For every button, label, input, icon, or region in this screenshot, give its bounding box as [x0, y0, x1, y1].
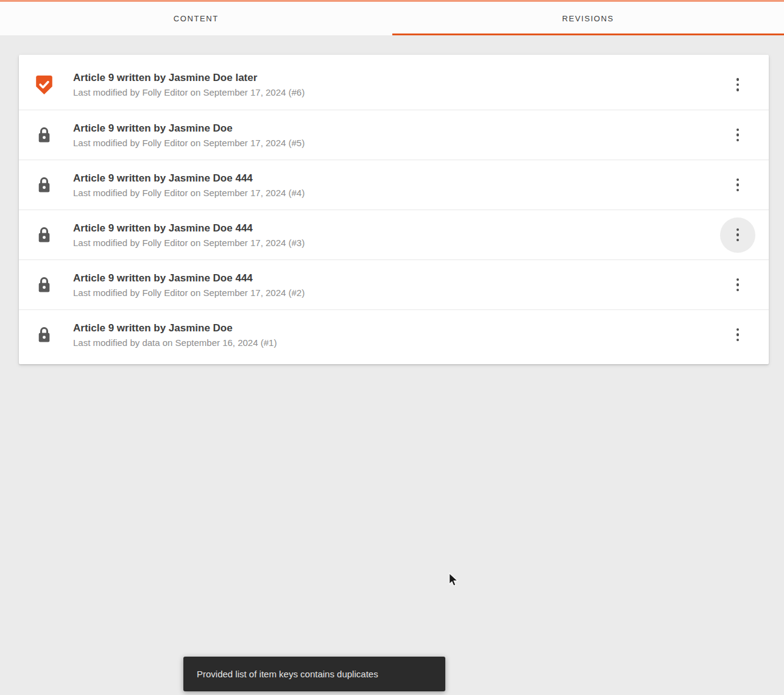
- revision-title: Article 9 written by Jasmine Doe: [73, 321, 720, 336]
- tab-content[interactable]: CONTENT: [0, 2, 392, 35]
- revision-title: Article 9 written by Jasmine Doe 444: [73, 271, 720, 286]
- revision-title: Article 9 written by Jasmine Doe 444: [73, 221, 720, 236]
- revision-title: Article 9 written by Jasmine Doe: [73, 121, 720, 136]
- kebab-icon: [736, 129, 740, 132]
- toast-message: Provided list of item keys contains dupl…: [197, 669, 378, 679]
- kebab-menu-button[interactable]: [720, 67, 755, 102]
- revision-subtitle: Last modified by Folly Editor on Septemb…: [73, 136, 720, 149]
- revision-title: Article 9 written by Jasmine Doe later: [73, 71, 720, 85]
- tab-revisions-label: REVISIONS: [562, 14, 614, 23]
- revision-row[interactable]: Article 9 written by Jasmine Doe 444 Las…: [19, 259, 769, 309]
- kebab-menu-button[interactable]: [720, 118, 755, 153]
- approved-shield-icon: [36, 76, 52, 94]
- kebab-icon: [736, 328, 740, 331]
- revision-row[interactable]: Article 9 written by Jasmine Doe 444 Las…: [19, 160, 769, 210]
- revision-subtitle: Last modified by Folly Editor on Septemb…: [73, 186, 720, 199]
- revision-row[interactable]: Article 9 written by Jasmine Doe Last mo…: [19, 309, 769, 359]
- kebab-menu-button[interactable]: [720, 168, 755, 203]
- kebab-icon: [736, 278, 740, 281]
- lock-icon: [37, 226, 52, 244]
- revision-row[interactable]: Article 9 written by Jasmine Doe later L…: [19, 60, 769, 110]
- tab-content-label: CONTENT: [174, 14, 219, 23]
- revision-title: Article 9 written by Jasmine Doe 444: [73, 171, 720, 186]
- revision-subtitle: Last modified by Folly Editor on Septemb…: [73, 86, 720, 99]
- kebab-menu-button[interactable]: [720, 317, 755, 353]
- toast: Provided list of item keys contains dupl…: [183, 657, 445, 691]
- mouse-cursor: [448, 573, 459, 587]
- lock-icon: [37, 126, 52, 144]
- kebab-menu-button[interactable]: [720, 217, 755, 253]
- tab-bar: CONTENT REVISIONS: [0, 0, 784, 35]
- lock-icon: [37, 176, 52, 194]
- lock-icon: [37, 276, 52, 294]
- revision-subtitle: Last modified by Folly Editor on Septemb…: [73, 236, 720, 249]
- revision-row[interactable]: Article 9 written by Jasmine Doe 444 Las…: [19, 210, 769, 259]
- kebab-icon: [736, 228, 740, 231]
- kebab-icon: [736, 178, 740, 182]
- kebab-icon: [736, 78, 740, 81]
- active-tab-indicator: [392, 34, 784, 35]
- revision-row[interactable]: Article 9 written by Jasmine Doe Last mo…: [19, 110, 769, 160]
- revision-subtitle: Last modified by Folly Editor on Septemb…: [73, 286, 720, 299]
- kebab-menu-button[interactable]: [720, 267, 755, 303]
- revision-subtitle: Last modified by data on September 16, 2…: [73, 336, 720, 349]
- tab-revisions[interactable]: REVISIONS: [392, 2, 784, 35]
- lock-icon: [37, 326, 52, 344]
- revision-list: Article 9 written by Jasmine Doe later L…: [19, 55, 769, 364]
